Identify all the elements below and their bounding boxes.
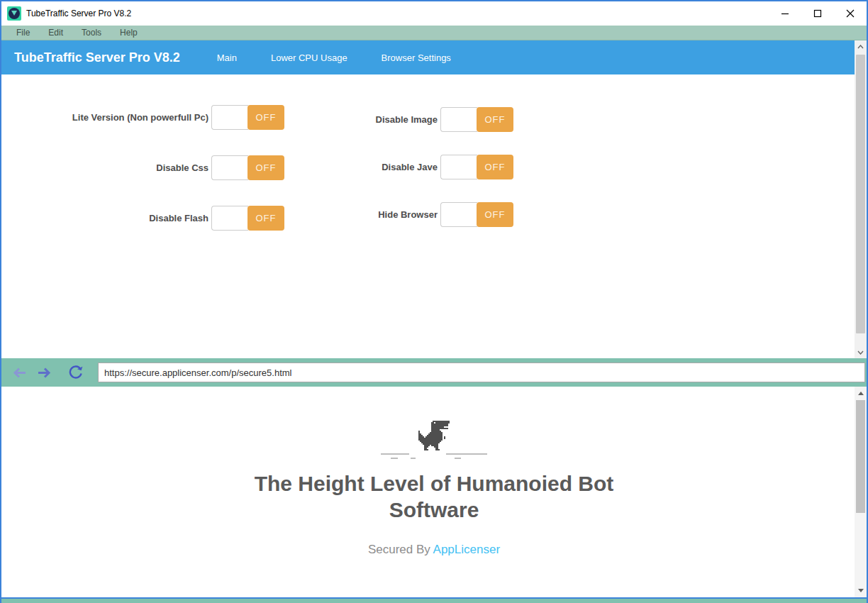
app-window: TubeTraffic Server Pro V8.2 File Edit To… [0,0,868,603]
toggle-state: OFF [477,202,513,227]
toggle-row: Disable Jave OFF [1,155,514,179]
browser-toolbar [1,358,867,387]
minimize-button[interactable] [769,1,801,26]
toggle-column-right: Disable Image OFF Disable Jave OFF Hide … [1,107,514,250]
close-icon [846,9,855,18]
nav-tab-browser-settings[interactable]: Browser Settings [382,52,451,63]
menu-tools[interactable]: Tools [72,28,111,38]
toggle-row: Hide Browser OFF [1,202,514,227]
toggle-knob [440,155,477,179]
secure-page-view: The Height Level of Humanoied Bot Softwa… [1,387,867,599]
toggle-label: Disable Jave [382,162,438,172]
page-heading: The Height Level of Humanoied Bot Softwa… [221,470,647,523]
toggle-state: OFF [477,107,513,132]
menu-help[interactable]: Help [111,28,147,38]
forward-arrow-icon [37,367,52,379]
chrome-dino-icon [418,421,450,450]
toggle-row: Disable Image OFF [1,107,514,132]
secured-by-text: Secured By AppLicenser [200,543,668,557]
scroll-up-icon[interactable] [855,40,867,52]
back-arrow-icon [11,367,27,379]
refresh-button[interactable] [68,365,84,380]
navbar-brand[interactable]: TubeTraffic Server Pro V8.2 [14,50,180,65]
menu-bar: File Edit Tools Help [1,26,867,40]
app-navbar: TubeTraffic Server Pro V8.2 Main Lower C… [1,40,855,74]
back-button[interactable] [11,367,27,379]
menu-edit[interactable]: Edit [39,28,72,38]
dino-illustration [381,421,487,462]
settings-panel: TubeTraffic Server Pro V8.2 Main Lower C… [1,40,867,358]
window-controls [769,1,867,26]
toggle-knob [440,107,477,132]
toggle-label: Hide Browser [378,209,438,220]
title-bar: TubeTraffic Server Pro V8.2 [1,1,867,26]
maximize-button[interactable] [801,1,834,26]
url-input[interactable] [98,363,865,382]
nav-tab-main[interactable]: Main [217,52,237,63]
forward-button[interactable] [37,367,52,379]
scroll-up-icon[interactable] [855,387,867,399]
toggle-disable-image[interactable]: OFF [440,107,514,132]
window-bottom-edge [1,599,867,603]
scroll-down-icon[interactable] [855,346,867,358]
scroll-down-icon[interactable] [855,585,867,597]
toggle-state: OFF [477,155,513,179]
window-title: TubeTraffic Server Pro V8.2 [26,9,131,18]
secured-prefix: Secured By [368,543,433,556]
close-button[interactable] [834,1,867,26]
scrollbar-thumb[interactable] [856,400,865,513]
toggle-hide-browser[interactable]: OFF [440,202,514,227]
refresh-icon [68,365,84,380]
scrollbar-thumb[interactable] [856,55,865,333]
applicenser-link[interactable]: AppLicenser [433,543,501,556]
nav-tab-lower-cpu-usage[interactable]: Lower CPU Usage [271,52,347,63]
menu-file[interactable]: File [7,28,39,38]
toggle-disable-jave[interactable]: OFF [440,155,514,179]
minimize-icon [781,9,789,18]
page-scrollbar[interactable] [855,387,867,597]
maximize-icon [813,9,822,18]
toggle-knob [440,202,477,227]
settings-area: Lite Version (Non powerfull Pc) OFF Disa… [1,74,867,358]
settings-scrollbar[interactable] [855,40,867,358]
app-logo-icon [7,6,21,21]
toggle-label: Disable Image [376,114,438,125]
